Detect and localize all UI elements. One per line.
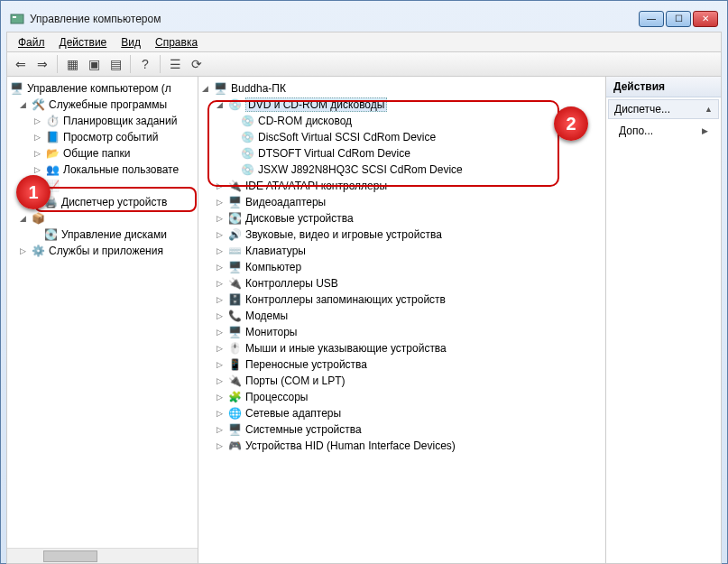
storage-icon: 📦 xyxy=(31,211,45,226)
system-icon: 🖥️ xyxy=(227,422,242,437)
mgmt-tree[interactable]: 🖥️ Управление компьютером (л ◢ 🛠️ Служеб… xyxy=(7,77,198,548)
port-icon: 🔌 xyxy=(227,374,242,388)
dev-storagectl[interactable]: ▷🗄️Контроллеры запоминающих устройств xyxy=(200,291,604,308)
chevron-up-icon: ▲ xyxy=(705,105,713,114)
clock-icon: ⏱️ xyxy=(45,114,60,128)
tools-icon: 🛠️ xyxy=(31,97,45,112)
dev-sound[interactable]: ▷🔊Звуковые, видео и игровые устройства xyxy=(200,227,604,243)
tree-shared-folders[interactable]: ▷ 📂 Общие папки xyxy=(9,145,196,162)
mouse-icon: 🖱️ xyxy=(227,341,242,356)
help-button[interactable]: ? xyxy=(135,54,155,74)
ide-icon: 🔌 xyxy=(227,179,242,193)
expand-icon[interactable]: ▷ xyxy=(32,149,42,159)
cdrom-icon: 💿 xyxy=(240,114,254,128)
maximize-button[interactable]: ☐ xyxy=(666,11,691,27)
dev-monitor[interactable]: ▷🖥️Мониторы xyxy=(200,324,604,340)
tree-system-tools[interactable]: ◢ 🛠️ Служебные программы xyxy=(9,97,196,113)
tree-services[interactable]: ▷ ⚙️ Службы и приложения xyxy=(9,243,196,259)
menu-action[interactable]: Действие xyxy=(54,34,113,51)
minimize-button[interactable]: — xyxy=(639,11,664,27)
menu-file[interactable]: Файл xyxy=(13,34,51,51)
forward-button[interactable]: ⇒ xyxy=(32,54,52,74)
dev-cpu[interactable]: ▷🧩Процессоры xyxy=(200,389,604,405)
actions-pane: Действия Диспетче... ▲ Допо... ▶ xyxy=(605,77,721,563)
cdrom-icon: 💿 xyxy=(240,162,254,177)
cpu-icon: 🧩 xyxy=(227,390,242,404)
pc-icon: 🖥️ xyxy=(213,81,227,96)
properties-button[interactable]: ▦ xyxy=(62,54,82,74)
collapse-icon[interactable]: ◢ xyxy=(18,100,28,110)
app-icon xyxy=(10,12,24,26)
expand-icon[interactable]: ▷ xyxy=(18,246,28,256)
svg-rect-0 xyxy=(11,14,23,23)
annotation-badge-1: 1 xyxy=(16,175,51,209)
dev-cdrom[interactable]: 💿 CD-ROM дисковод xyxy=(200,113,604,129)
annotation-badge-2: 2 xyxy=(554,106,588,141)
tree-root[interactable]: 🖥️ Управление компьютером (л xyxy=(9,80,196,97)
hid-icon: 🎮 xyxy=(227,439,242,453)
users-icon: 👥 xyxy=(45,162,60,177)
left-scrollbar[interactable] xyxy=(7,548,198,563)
chevron-right-icon: ▶ xyxy=(702,126,708,135)
computer-icon: 🖥️ xyxy=(9,81,23,96)
log-icon: 📘 xyxy=(45,130,60,144)
dev-hid[interactable]: ▷🎮Устройства HID (Human Interface Device… xyxy=(200,438,604,454)
collapse-icon[interactable]: ◢ xyxy=(200,84,210,94)
dev-modem[interactable]: ▷📞Модемы xyxy=(200,308,604,324)
sound-icon: 🔊 xyxy=(227,227,242,242)
portable-icon: 📱 xyxy=(227,357,242,372)
dev-system[interactable]: ▷🖥️Системные устройства xyxy=(200,421,604,438)
menu-view[interactable]: Вид xyxy=(115,34,146,51)
close-button[interactable]: ✕ xyxy=(693,11,718,27)
expand-icon[interactable]: ▷ xyxy=(32,133,42,143)
expand-icon[interactable]: ▷ xyxy=(32,165,42,175)
toolbar: ⇐ ⇒ ▦ ▣ ▤ ? ☰ ⟳ xyxy=(6,51,722,77)
collapse-icon[interactable]: ◢ xyxy=(215,100,225,110)
tree-event-viewer[interactable]: ▷ 📘 Просмотр событий xyxy=(9,129,196,145)
tree-task-scheduler[interactable]: ▷ ⏱️ Планировщик заданий xyxy=(9,113,196,129)
computer-icon: 🖥️ xyxy=(227,260,242,274)
services-icon: ⚙️ xyxy=(31,244,45,258)
keyboard-icon: ⌨️ xyxy=(227,244,242,258)
dev-jsxw[interactable]: 💿 JSXW J892N8HQ3C SCSI CdRom Device xyxy=(200,162,604,178)
collapse-icon[interactable]: ◢ xyxy=(18,214,28,224)
actions-header: Действия xyxy=(606,77,721,97)
tree-storage[interactable]: ◢ 📦 xyxy=(9,210,196,227)
dev-ide[interactable]: ▷🔌IDE ATA/ATAPI контроллеры xyxy=(200,178,604,194)
refresh-button[interactable]: ☰ xyxy=(165,54,185,74)
usb-icon: 🔌 xyxy=(227,276,242,291)
modem-icon: 📞 xyxy=(227,309,242,323)
monitor-icon: 🖥️ xyxy=(227,325,242,339)
dev-computer[interactable]: ▷🖥️Компьютер xyxy=(200,259,604,275)
dev-dtsoft[interactable]: 💿 DTSOFT Virtual CdRom Device xyxy=(200,145,604,162)
network-icon: 🌐 xyxy=(227,406,242,421)
dev-discsoft[interactable]: 💿 DiscSoft Virtual SCSI CdRom Device xyxy=(200,129,604,145)
view2-button[interactable]: ▤ xyxy=(106,54,125,74)
dev-keyboard[interactable]: ▷⌨️Клавиатуры xyxy=(200,243,604,259)
disk-icon: 💽 xyxy=(43,227,58,242)
dev-disk[interactable]: ▷💽Дисковые устройства xyxy=(200,210,604,227)
scan-button[interactable]: ⟳ xyxy=(187,54,207,74)
dev-video[interactable]: ▷🖥️Видеоадаптеры xyxy=(200,194,604,210)
tree-disk-mgmt[interactable]: 💽 Управление дисками xyxy=(9,227,196,243)
dev-net[interactable]: ▷🌐Сетевые адаптеры xyxy=(200,405,604,421)
expand-icon[interactable]: ▷ xyxy=(32,116,42,126)
cdrom-icon: 💿 xyxy=(240,130,254,144)
dev-root[interactable]: ◢ 🖥️ Buddha-ПК xyxy=(200,80,604,97)
svg-rect-1 xyxy=(13,16,16,18)
view-button[interactable]: ▣ xyxy=(84,54,104,74)
device-tree[interactable]: ◢ 🖥️ Buddha-ПК ◢ 💿 DVD и CD-ROM дисковод… xyxy=(198,77,605,458)
dev-usb[interactable]: ▷🔌Контроллеры USB xyxy=(200,275,604,291)
back-button[interactable]: ⇐ xyxy=(11,54,31,74)
actions-subheader[interactable]: Диспетче... ▲ xyxy=(608,99,719,119)
cdrom-icon: 💿 xyxy=(227,97,242,112)
share-icon: 📂 xyxy=(45,146,60,161)
dev-ports[interactable]: ▷🔌Порты (COM и LPT) xyxy=(200,373,604,389)
hdd-icon: 💽 xyxy=(227,211,242,226)
actions-more[interactable]: Допо... ▶ xyxy=(606,121,721,141)
dev-portable[interactable]: ▷📱Переносные устройства xyxy=(200,356,604,373)
dev-dvd-category[interactable]: ◢ 💿 DVD и CD-ROM дисководы xyxy=(200,97,604,113)
menu-help[interactable]: Справка xyxy=(150,34,203,51)
dev-mouse[interactable]: ▷🖱️Мыши и иные указывающие устройства xyxy=(200,340,604,356)
menubar: Файл Действие Вид Справка xyxy=(6,32,722,51)
